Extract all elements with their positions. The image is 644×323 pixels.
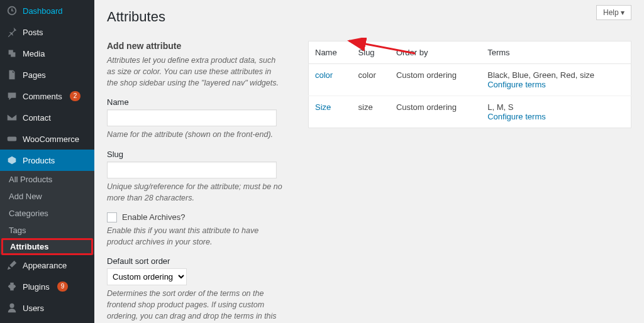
attributes-table-container: Name Slug Order by Terms color color Cus… bbox=[308, 41, 631, 323]
table-row: color color Custom ordering Black, Blue,… bbox=[309, 64, 631, 96]
sub-item-tags[interactable]: Tags bbox=[0, 222, 94, 239]
sidebar-label: Media bbox=[23, 49, 45, 58]
sidebar-item-users[interactable]: Users bbox=[0, 297, 94, 319]
admin-sidebar: Dashboard Posts Media Pages Comments2 Co… bbox=[0, 0, 94, 323]
main-content: Help ▾ Attributes Add new attribute Attr… bbox=[94, 0, 644, 323]
attr-terms: Black, Blue, Green, Red, size bbox=[487, 70, 594, 80]
sub-item-attributes[interactable]: Attributes bbox=[1, 238, 93, 255]
sidebar-label: Posts bbox=[23, 28, 43, 37]
col-name: Name bbox=[309, 41, 352, 64]
page-title: Attributes bbox=[107, 9, 631, 25]
attr-slug: size bbox=[352, 96, 390, 128]
woocommerce-icon bbox=[6, 133, 18, 145]
slug-hint: Unique slug/reference for the attribute;… bbox=[107, 181, 283, 204]
sidebar-label: Products bbox=[23, 156, 55, 165]
sidebar-label: Appearance bbox=[23, 261, 67, 270]
attr-order: Custom ordering bbox=[390, 96, 481, 128]
sidebar-label: Plugins bbox=[23, 282, 50, 292]
archives-label: Enable Archives? bbox=[122, 212, 185, 222]
plugin-icon bbox=[6, 281, 18, 292]
form-intro: Attributes let you define extra product … bbox=[107, 55, 283, 89]
sort-select[interactable]: Custom ordering bbox=[107, 268, 187, 285]
sub-item-all-products[interactable]: All Products bbox=[0, 171, 94, 188]
archives-hint: Enable this if you want this attribute t… bbox=[107, 225, 283, 248]
sidebar-label: Contact bbox=[23, 113, 51, 123]
sidebar-item-pages[interactable]: Pages bbox=[0, 64, 94, 85]
add-attribute-form: Add new attribute Attributes let you def… bbox=[107, 41, 283, 323]
attr-slug: color bbox=[352, 64, 390, 96]
col-slug: Slug bbox=[352, 41, 390, 64]
sort-label: Default sort order bbox=[107, 256, 283, 266]
products-submenu: All Products Add New Categories Tags Att… bbox=[0, 171, 94, 255]
svg-rect-0 bbox=[8, 136, 16, 141]
configure-terms-link[interactable]: Configure terms bbox=[487, 80, 545, 89]
sidebar-item-contact[interactable]: Contact bbox=[0, 107, 94, 128]
sidebar-item-dashboard[interactable]: Dashboard bbox=[0, 0, 94, 21]
attr-name-link[interactable]: Size bbox=[315, 102, 331, 112]
col-terms: Terms bbox=[481, 41, 631, 64]
archives-checkbox[interactable] bbox=[107, 212, 117, 222]
pin-icon bbox=[6, 26, 18, 38]
attributes-table: Name Slug Order by Terms color color Cus… bbox=[308, 41, 631, 128]
slug-label: Slug bbox=[107, 150, 283, 159]
name-input[interactable] bbox=[107, 109, 277, 126]
sidebar-label: Users bbox=[23, 304, 44, 313]
user-icon bbox=[6, 302, 18, 314]
attr-order: Custom ordering bbox=[390, 64, 481, 96]
comment-icon bbox=[6, 90, 18, 102]
name-label: Name bbox=[107, 97, 283, 107]
count-badge: 2 bbox=[70, 91, 81, 101]
sidebar-label: Pages bbox=[23, 70, 46, 80]
mail-icon bbox=[6, 112, 18, 123]
sidebar-item-appearance[interactable]: Appearance bbox=[0, 255, 94, 276]
form-heading: Add new attribute bbox=[107, 41, 283, 51]
sidebar-item-products[interactable]: Products bbox=[0, 150, 94, 171]
table-row: Size size Custom ordering L, M, SConfigu… bbox=[309, 96, 631, 128]
attr-name-link[interactable]: color bbox=[315, 70, 333, 80]
sort-hint: Determines the sort order of the terms o… bbox=[107, 288, 283, 323]
media-icon bbox=[6, 48, 18, 59]
sidebar-item-media[interactable]: Media bbox=[0, 43, 94, 64]
products-icon bbox=[6, 155, 18, 166]
count-badge: 9 bbox=[57, 282, 69, 292]
sidebar-label: Comments bbox=[23, 92, 62, 101]
help-tab[interactable]: Help ▾ bbox=[596, 5, 631, 20]
sidebar-label: WooCommerce bbox=[23, 134, 79, 144]
configure-terms-link[interactable]: Configure terms bbox=[487, 112, 545, 121]
sidebar-item-plugins[interactable]: Plugins9 bbox=[0, 276, 94, 297]
slug-input[interactable] bbox=[107, 162, 277, 178]
sidebar-item-posts[interactable]: Posts bbox=[0, 21, 94, 43]
brush-icon bbox=[6, 260, 18, 271]
sidebar-label: Dashboard bbox=[23, 6, 63, 16]
attr-terms: L, M, S bbox=[487, 102, 513, 112]
col-order: Order by bbox=[390, 41, 481, 64]
page-icon bbox=[6, 69, 18, 80]
sub-item-add-new[interactable]: Add New bbox=[0, 188, 94, 205]
dashboard-icon bbox=[6, 5, 18, 16]
sidebar-item-comments[interactable]: Comments2 bbox=[0, 85, 94, 107]
sidebar-item-woocommerce[interactable]: WooCommerce bbox=[0, 128, 94, 150]
sub-item-categories[interactable]: Categories bbox=[0, 205, 94, 222]
name-hint: Name for the attribute (shown on the fro… bbox=[107, 129, 283, 140]
